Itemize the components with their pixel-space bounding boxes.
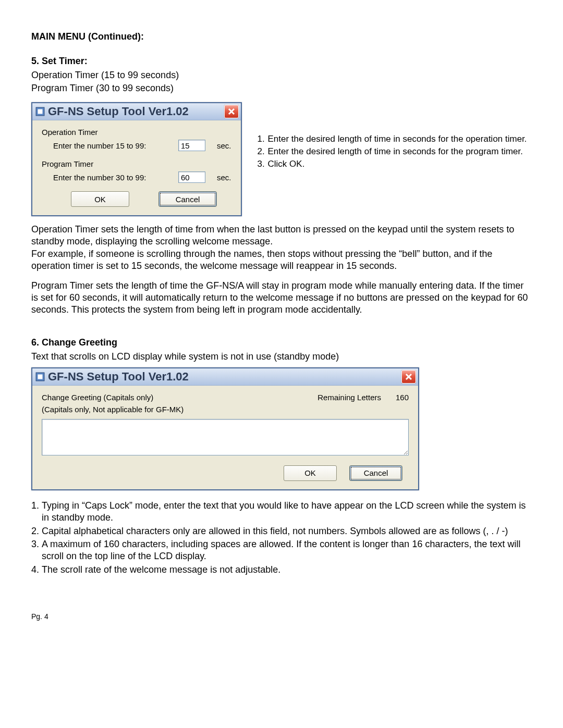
close-icon[interactable] bbox=[401, 370, 416, 384]
set-timer-dialog: GF-NS Setup Tool Ver1.02 Operation Timer… bbox=[31, 102, 242, 216]
cancel-button[interactable]: Cancel bbox=[158, 191, 217, 207]
instr2-3: A maximum of 160 characters, including s… bbox=[42, 538, 532, 563]
instruction-list-2: 1.Typing in “Caps Lock” mode, enter the … bbox=[31, 500, 532, 576]
operation-timer-label: Operation Timer bbox=[42, 128, 231, 137]
paragraph-operation-timer: Operation Timer sets the length of time … bbox=[31, 224, 532, 248]
remaining-letters-label: Remaining Letters bbox=[317, 393, 381, 402]
change-greeting-dialog: GF-NS Setup Tool Ver1.02 Change Greeting… bbox=[31, 367, 419, 490]
page-heading: MAIN MENU (Continued): bbox=[31, 31, 532, 42]
greeting-textarea[interactable] bbox=[42, 419, 409, 455]
paragraph-example: For example, if someone is scrolling thr… bbox=[31, 248, 532, 273]
program-timer-unit: sec. bbox=[217, 173, 231, 182]
instr2-4: The scroll rate of the welcome message i… bbox=[42, 564, 532, 576]
change-greeting-note: (Capitals only, Not applicable for GF-MK… bbox=[42, 405, 409, 414]
app-icon bbox=[35, 372, 45, 381]
instr1-1: Enter the desired length of time in seco… bbox=[268, 133, 527, 145]
section-5-title: 5. Set Timer: bbox=[31, 56, 532, 67]
remaining-letters-value: 160 bbox=[396, 393, 409, 402]
program-timer-prompt: Enter the number 30 to 99: bbox=[53, 173, 178, 182]
operation-timer-unit: sec. bbox=[217, 141, 231, 150]
operation-timer-range: Operation Timer (15 to 99 seconds) bbox=[31, 70, 532, 81]
cancel-button[interactable]: Cancel bbox=[349, 465, 402, 481]
program-timer-label: Program Timer bbox=[42, 159, 231, 168]
titlebar: GF-NS Setup Tool Ver1.02 bbox=[32, 368, 418, 386]
close-icon[interactable] bbox=[224, 105, 239, 118]
section-6-title: 6. Change Greeting bbox=[31, 337, 532, 348]
instr1-2: Enter the desired length of time in seco… bbox=[268, 146, 523, 157]
ok-button[interactable]: OK bbox=[284, 465, 337, 481]
instr2-1: Typing in “Caps Lock” mode, enter the te… bbox=[42, 500, 532, 524]
instruction-list-1: 1.Enter the desired length of time in se… bbox=[258, 96, 532, 171]
paragraph-program-timer: Program Timer sets the length of time th… bbox=[31, 280, 532, 316]
instr1-3: Click OK. bbox=[268, 158, 305, 170]
app-icon bbox=[35, 107, 45, 116]
program-timer-range: Program Timer (30 to 99 seconds) bbox=[31, 83, 532, 94]
section-6-subtitle: Text that scrolls on LCD display while s… bbox=[31, 351, 532, 362]
instr2-2: Capital alphabetical characters only are… bbox=[42, 525, 532, 537]
titlebar: GF-NS Setup Tool Ver1.02 bbox=[32, 103, 241, 120]
program-timer-input[interactable] bbox=[178, 171, 205, 183]
change-greeting-label: Change Greeting (Capitals only) bbox=[42, 393, 153, 402]
dialog-title: GF-NS Setup Tool Ver1.02 bbox=[48, 370, 189, 384]
ok-button[interactable]: OK bbox=[71, 191, 129, 207]
dialog-title: GF-NS Setup Tool Ver1.02 bbox=[48, 105, 189, 118]
operation-timer-prompt: Enter the number 15 to 99: bbox=[53, 141, 178, 150]
svg-rect-5 bbox=[38, 374, 43, 379]
svg-rect-1 bbox=[38, 109, 43, 114]
operation-timer-input[interactable] bbox=[178, 140, 205, 151]
page-number: Pg. 4 bbox=[31, 612, 532, 621]
